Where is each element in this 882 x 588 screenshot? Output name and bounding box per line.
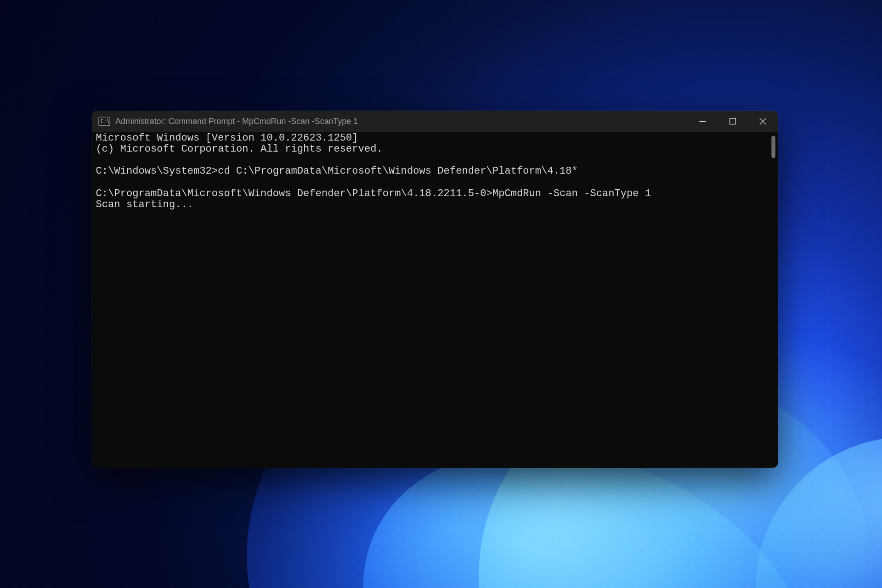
minimize-button[interactable] xyxy=(688,111,718,132)
cmd-icon: C:\ xyxy=(98,117,110,126)
maximize-icon xyxy=(729,118,736,124)
close-icon xyxy=(760,118,766,124)
maximize-button[interactable] xyxy=(718,111,748,132)
command-prompt-window: C:\ Administrator: Command Prompt - MpCm… xyxy=(92,111,778,468)
svg-rect-2 xyxy=(730,119,736,124)
svg-text:C:\: C:\ xyxy=(100,118,110,124)
terminal-body[interactable]: Microsoft Windows [Version 10.0.22623.12… xyxy=(92,132,778,468)
terminal-output: Microsoft Windows [Version 10.0.22623.12… xyxy=(96,132,774,210)
minimize-icon xyxy=(699,118,706,124)
window-title: Administrator: Command Prompt - MpCmdRun… xyxy=(115,117,358,126)
close-button[interactable] xyxy=(748,111,778,132)
scrollbar-thumb[interactable] xyxy=(771,136,775,158)
titlebar[interactable]: C:\ Administrator: Command Prompt - MpCm… xyxy=(92,111,778,132)
